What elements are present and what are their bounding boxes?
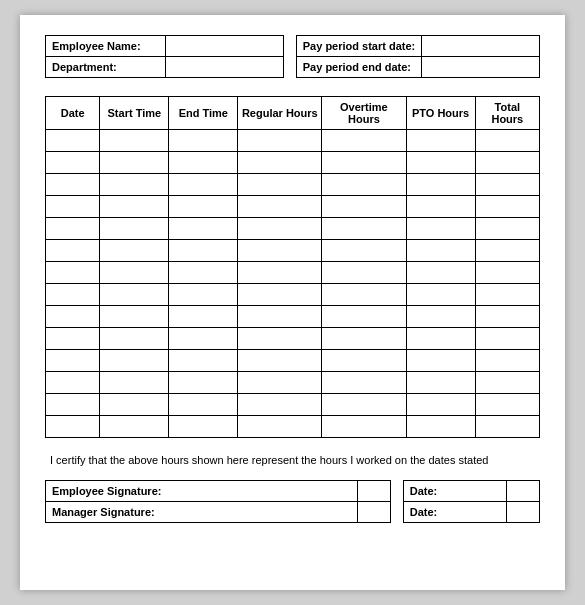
table-cell[interactable] [238, 394, 322, 416]
table-cell[interactable] [322, 174, 406, 196]
table-cell[interactable] [406, 372, 475, 394]
table-cell[interactable] [238, 240, 322, 262]
table-cell[interactable] [475, 416, 539, 438]
table-cell[interactable] [238, 196, 322, 218]
table-cell[interactable] [475, 328, 539, 350]
table-cell[interactable] [100, 394, 169, 416]
manager-signature-value[interactable] [357, 502, 390, 523]
table-cell[interactable] [406, 328, 475, 350]
table-cell[interactable] [475, 262, 539, 284]
table-cell[interactable] [169, 394, 238, 416]
table-cell[interactable] [322, 218, 406, 240]
table-cell[interactable] [46, 196, 100, 218]
table-cell[interactable] [46, 262, 100, 284]
table-cell[interactable] [322, 130, 406, 152]
table-cell[interactable] [46, 130, 100, 152]
table-cell[interactable] [238, 152, 322, 174]
table-cell[interactable] [100, 416, 169, 438]
table-cell[interactable] [100, 218, 169, 240]
table-cell[interactable] [475, 240, 539, 262]
table-cell[interactable] [46, 328, 100, 350]
table-cell[interactable] [322, 262, 406, 284]
table-cell[interactable] [322, 284, 406, 306]
date1-value[interactable] [506, 481, 539, 502]
table-cell[interactable] [169, 196, 238, 218]
table-cell[interactable] [238, 262, 322, 284]
table-cell[interactable] [406, 262, 475, 284]
table-cell[interactable] [169, 416, 238, 438]
table-cell[interactable] [322, 152, 406, 174]
employee-name-value[interactable] [166, 36, 284, 57]
table-cell[interactable] [475, 350, 539, 372]
table-cell[interactable] [100, 240, 169, 262]
table-cell[interactable] [322, 350, 406, 372]
table-cell[interactable] [46, 350, 100, 372]
table-cell[interactable] [406, 196, 475, 218]
table-cell[interactable] [475, 152, 539, 174]
table-cell[interactable] [169, 152, 238, 174]
table-cell[interactable] [406, 130, 475, 152]
table-cell[interactable] [100, 350, 169, 372]
table-cell[interactable] [238, 372, 322, 394]
table-cell[interactable] [406, 284, 475, 306]
table-cell[interactable] [169, 174, 238, 196]
table-cell[interactable] [322, 240, 406, 262]
table-cell[interactable] [100, 306, 169, 328]
table-cell[interactable] [322, 372, 406, 394]
table-cell[interactable] [406, 174, 475, 196]
table-cell[interactable] [238, 174, 322, 196]
date2-value[interactable] [506, 502, 539, 523]
table-cell[interactable] [475, 218, 539, 240]
table-cell[interactable] [406, 350, 475, 372]
table-cell[interactable] [169, 240, 238, 262]
table-cell[interactable] [100, 196, 169, 218]
table-cell[interactable] [475, 306, 539, 328]
table-cell[interactable] [322, 394, 406, 416]
table-cell[interactable] [322, 196, 406, 218]
table-cell[interactable] [475, 196, 539, 218]
table-cell[interactable] [100, 174, 169, 196]
table-cell[interactable] [238, 218, 322, 240]
table-cell[interactable] [169, 284, 238, 306]
table-cell[interactable] [475, 174, 539, 196]
table-cell[interactable] [46, 394, 100, 416]
pay-period-end-value[interactable] [422, 57, 540, 78]
table-cell[interactable] [169, 130, 238, 152]
table-cell[interactable] [46, 240, 100, 262]
table-cell[interactable] [100, 284, 169, 306]
table-cell[interactable] [169, 350, 238, 372]
table-cell[interactable] [322, 306, 406, 328]
table-cell[interactable] [322, 416, 406, 438]
table-cell[interactable] [475, 394, 539, 416]
table-cell[interactable] [238, 284, 322, 306]
table-cell[interactable] [406, 218, 475, 240]
pay-period-start-value[interactable] [422, 36, 540, 57]
table-cell[interactable] [475, 372, 539, 394]
table-cell[interactable] [238, 130, 322, 152]
table-cell[interactable] [100, 130, 169, 152]
table-cell[interactable] [406, 306, 475, 328]
table-cell[interactable] [100, 262, 169, 284]
table-cell[interactable] [169, 262, 238, 284]
table-cell[interactable] [322, 328, 406, 350]
table-cell[interactable] [169, 372, 238, 394]
table-cell[interactable] [46, 284, 100, 306]
table-cell[interactable] [406, 240, 475, 262]
table-cell[interactable] [406, 152, 475, 174]
table-cell[interactable] [238, 306, 322, 328]
table-cell[interactable] [475, 130, 539, 152]
table-cell[interactable] [100, 152, 169, 174]
table-cell[interactable] [46, 372, 100, 394]
table-cell[interactable] [406, 394, 475, 416]
table-cell[interactable] [238, 350, 322, 372]
employee-signature-value[interactable] [357, 481, 390, 502]
table-cell[interactable] [169, 306, 238, 328]
table-cell[interactable] [46, 174, 100, 196]
table-cell[interactable] [46, 218, 100, 240]
table-cell[interactable] [46, 416, 100, 438]
table-cell[interactable] [475, 284, 539, 306]
table-cell[interactable] [238, 328, 322, 350]
table-cell[interactable] [169, 218, 238, 240]
department-value[interactable] [166, 57, 284, 78]
table-cell[interactable] [169, 328, 238, 350]
